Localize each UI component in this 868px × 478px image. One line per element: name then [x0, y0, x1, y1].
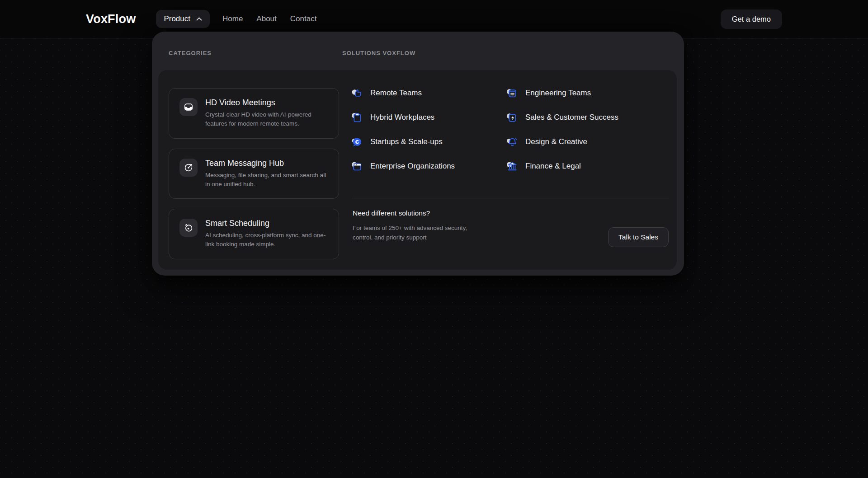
- solution-item-engineering-teams[interactable]: Engineering Teams: [506, 86, 669, 100]
- solutions-grid: Remote Teams Engineering Teams Hybrid Wo…: [351, 86, 669, 173]
- menu-inner-panel: HD Video Meetings Crystal-clear HD video…: [158, 70, 677, 270]
- product-menu-label: Product: [164, 14, 190, 23]
- product-dropdown-panel: CATEGORIES SOLUTIONS VOXFLOW HD Video Me…: [152, 32, 684, 276]
- bell-icon: [506, 136, 518, 148]
- solution-item-sales-customer-success[interactable]: Sales & Customer Success: [506, 111, 669, 124]
- solution-label: Engineering Teams: [525, 89, 591, 98]
- solution-label: Startups & Scale-ups: [370, 137, 443, 146]
- card-title: Smart Scheduling: [205, 219, 328, 228]
- solutions-divider: [351, 198, 669, 198]
- bank-icon: [506, 161, 518, 172]
- card-icon-square: [179, 159, 198, 177]
- nav-links: Home About Contact: [222, 14, 316, 23]
- solution-label: Hybrid Workplaces: [370, 113, 434, 122]
- solution-label: Enterprise Organizations: [370, 162, 455, 171]
- card-description: Messaging, file sharing, and smart searc…: [205, 171, 328, 189]
- get-demo-button[interactable]: Get a demo: [721, 9, 782, 29]
- card-text: Smart Scheduling AI scheduling, cross-pl…: [205, 219, 328, 249]
- solution-label: Sales & Customer Success: [525, 113, 618, 122]
- window-icon: [351, 161, 363, 172]
- nav-link-contact[interactable]: Contact: [290, 14, 317, 23]
- card-icon-square: [179, 98, 198, 116]
- solution-item-startups-scaleups[interactable]: Startups & Scale-ups: [351, 135, 506, 149]
- solution-item-finance-legal[interactable]: Finance & Legal: [506, 159, 669, 173]
- nav-link-home[interactable]: Home: [222, 14, 243, 23]
- talk-to-sales-button[interactable]: Talk to Sales: [608, 227, 669, 247]
- product-menu-button[interactable]: Product: [156, 10, 210, 28]
- box-icon: [506, 88, 518, 99]
- timer-icon: [184, 223, 193, 233]
- menu-footer-title: Need different solutions?: [353, 209, 476, 217]
- solution-item-remote-teams[interactable]: Remote Teams: [351, 86, 506, 100]
- nav-link-about[interactable]: About: [256, 14, 276, 23]
- clipboard-icon: [351, 112, 363, 123]
- chevron-up-icon: [196, 17, 202, 21]
- solutions-header: SOLUTIONS VOXFLOW: [342, 50, 415, 56]
- category-card-messaging[interactable]: Team Messaging Hub Messaging, file shari…: [169, 149, 339, 199]
- sync-arrow-icon: [184, 163, 193, 173]
- solution-item-design-creative[interactable]: Design & Creative: [506, 135, 669, 149]
- category-card-scheduling[interactable]: Smart Scheduling AI scheduling, cross-pl…: [169, 209, 339, 259]
- solution-label: Remote Teams: [370, 89, 422, 98]
- card-description: Crystal-clear HD video with AI-powered f…: [205, 110, 328, 129]
- category-card-hd-video[interactable]: HD Video Meetings Crystal-clear HD video…: [169, 88, 339, 139]
- menu-footer-text: Need different solutions? For teams of 2…: [353, 209, 476, 243]
- card-title: Team Messaging Hub: [205, 159, 328, 168]
- solution-label: Finance & Legal: [525, 162, 581, 171]
- video-meeting-icon: [184, 102, 193, 112]
- menu-footer: Need different solutions? For teams of 2…: [353, 209, 669, 243]
- thumbs-up-icon: [351, 88, 363, 99]
- menu-footer-description: For teams of 250+ with advanced security…: [353, 224, 476, 243]
- solution-label: Design & Creative: [525, 137, 587, 146]
- categories-header: CATEGORIES: [169, 50, 212, 56]
- solution-item-enterprise-organizations[interactable]: Enterprise Organizations: [351, 159, 506, 173]
- card-icon-square: [179, 219, 198, 237]
- brand-logo[interactable]: VoxFlow: [86, 12, 136, 26]
- card-description: AI scheduling, cross-platform sync, and …: [205, 231, 328, 249]
- card-text: HD Video Meetings Crystal-clear HD video…: [205, 98, 328, 129]
- card-text: Team Messaging Hub Messaging, file shari…: [205, 159, 328, 189]
- chat-bubble-icon: [351, 136, 363, 148]
- solution-item-hybrid-workplaces[interactable]: Hybrid Workplaces: [351, 111, 506, 124]
- card-title: HD Video Meetings: [205, 98, 328, 108]
- category-card-list: HD Video Meetings Crystal-clear HD video…: [169, 88, 339, 259]
- bolt-icon: [506, 112, 518, 123]
